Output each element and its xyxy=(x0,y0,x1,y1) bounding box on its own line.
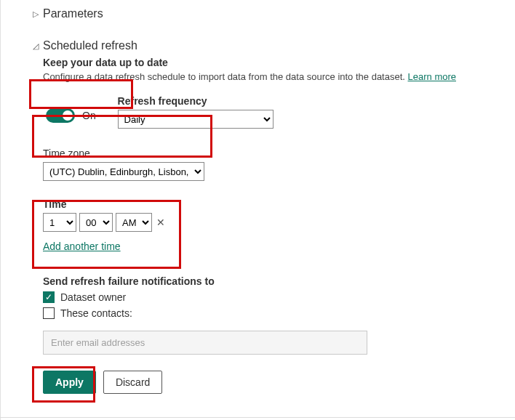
keep-data-title: Keep your data up to date xyxy=(43,57,515,68)
toggle-knob xyxy=(63,110,73,121)
refresh-description: Configure a data refresh schedule to imp… xyxy=(43,71,515,82)
scheduled-refresh-section-header[interactable]: ◿ Scheduled refresh xyxy=(33,39,515,52)
contacts-input[interactable] xyxy=(43,331,367,355)
time-minute-select[interactable]: 00 xyxy=(79,213,113,232)
refresh-frequency-label: Refresh frequency xyxy=(118,95,274,107)
refresh-frequency-select[interactable]: Daily xyxy=(118,110,274,129)
parameters-label: Parameters xyxy=(43,7,103,20)
time-zone-select[interactable]: (UTC) Dublin, Edinburgh, Lisbon, London xyxy=(43,162,204,181)
these-contacts-checkbox[interactable] xyxy=(43,307,55,319)
parameters-section-header[interactable]: ▷ Parameters xyxy=(33,7,515,20)
caret-down-icon: ◿ xyxy=(33,41,40,51)
add-another-time-link[interactable]: Add another time xyxy=(43,241,121,252)
scheduled-refresh-label: Scheduled refresh xyxy=(43,39,137,52)
dataset-owner-checkbox[interactable]: ✓ xyxy=(43,291,55,303)
caret-right-icon: ▷ xyxy=(33,9,40,19)
time-ampm-select[interactable]: AM xyxy=(116,213,152,232)
apply-button[interactable]: Apply xyxy=(43,371,96,394)
learn-more-link[interactable]: Learn more xyxy=(408,71,456,82)
these-contacts-label: These contacts: xyxy=(60,307,132,319)
discard-button[interactable]: Discard xyxy=(103,371,162,394)
keep-data-toggle[interactable] xyxy=(46,108,75,123)
time-hour-select[interactable]: 1 xyxy=(43,213,76,232)
notification-title: Send refresh failure notifications to xyxy=(43,275,515,287)
dataset-owner-label: Dataset owner xyxy=(60,291,126,303)
footer-divider xyxy=(0,417,515,418)
remove-time-icon[interactable]: ✕ xyxy=(155,217,167,227)
toggle-on-label: On xyxy=(82,110,96,121)
time-zone-label: Time zone xyxy=(43,148,515,159)
time-label: Time xyxy=(43,198,167,210)
